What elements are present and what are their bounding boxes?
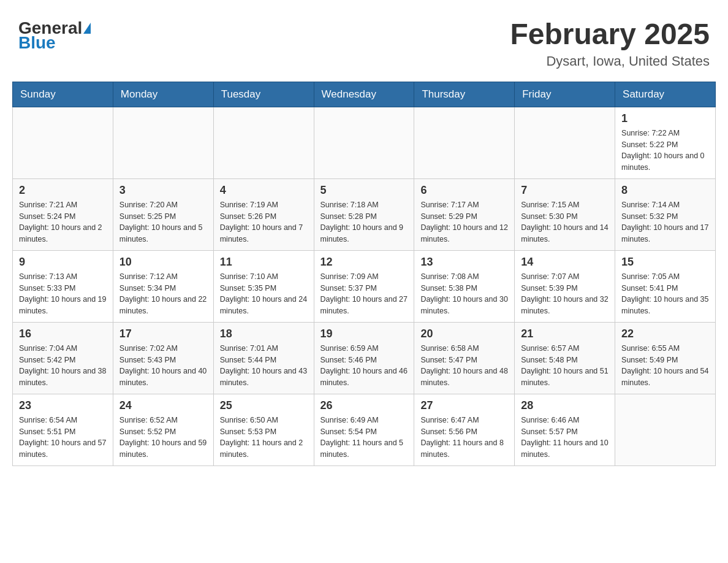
day-number: 16 bbox=[19, 327, 107, 340]
calendar-cell: 18Sunrise: 7:01 AMSunset: 5:44 PMDayligh… bbox=[213, 322, 314, 394]
day-info: Sunrise: 6:58 AMSunset: 5:47 PMDaylight:… bbox=[420, 343, 508, 389]
day-info: Sunrise: 7:08 AMSunset: 5:38 PMDaylight:… bbox=[420, 271, 508, 317]
day-info: Sunrise: 6:55 AMSunset: 5:49 PMDaylight:… bbox=[621, 343, 709, 389]
day-info: Sunrise: 7:09 AMSunset: 5:37 PMDaylight:… bbox=[320, 271, 408, 317]
day-info: Sunrise: 6:49 AMSunset: 5:54 PMDaylight:… bbox=[320, 415, 408, 461]
day-number: 14 bbox=[521, 256, 609, 269]
calendar-week-5: 23Sunrise: 6:54 AMSunset: 5:51 PMDayligh… bbox=[13, 394, 716, 465]
calendar-cell bbox=[414, 107, 515, 178]
calendar-cell bbox=[13, 107, 113, 178]
logo: General Blue bbox=[18, 18, 91, 53]
weekday-header-saturday: Saturday bbox=[615, 82, 716, 107]
calendar-cell: 24Sunrise: 6:52 AMSunset: 5:52 PMDayligh… bbox=[113, 394, 213, 465]
calendar-week-2: 2Sunrise: 7:21 AMSunset: 5:24 PMDaylight… bbox=[13, 178, 716, 250]
calendar-cell: 4Sunrise: 7:19 AMSunset: 5:26 PMDaylight… bbox=[213, 178, 314, 250]
day-info: Sunrise: 7:21 AMSunset: 5:24 PMDaylight:… bbox=[19, 199, 107, 245]
day-number: 1 bbox=[621, 112, 709, 125]
page-header: General Blue February 2025 Dysart, Iowa,… bbox=[12, 12, 716, 69]
calendar-cell bbox=[113, 107, 213, 178]
calendar-cell: 19Sunrise: 6:59 AMSunset: 5:46 PMDayligh… bbox=[314, 322, 414, 394]
day-info: Sunrise: 7:20 AMSunset: 5:25 PMDaylight:… bbox=[119, 199, 207, 245]
day-number: 10 bbox=[119, 256, 207, 269]
calendar-cell: 6Sunrise: 7:17 AMSunset: 5:29 PMDaylight… bbox=[414, 178, 515, 250]
calendar-cell: 27Sunrise: 6:47 AMSunset: 5:56 PMDayligh… bbox=[414, 394, 515, 465]
day-number: 5 bbox=[320, 184, 408, 197]
calendar-cell: 15Sunrise: 7:05 AMSunset: 5:41 PMDayligh… bbox=[615, 250, 716, 322]
calendar-cell bbox=[213, 107, 314, 178]
day-number: 3 bbox=[119, 184, 207, 197]
calendar-cell: 2Sunrise: 7:21 AMSunset: 5:24 PMDaylight… bbox=[13, 178, 113, 250]
day-info: Sunrise: 6:50 AMSunset: 5:53 PMDaylight:… bbox=[220, 415, 308, 461]
calendar-cell bbox=[515, 107, 615, 178]
day-number: 9 bbox=[19, 256, 107, 269]
day-info: Sunrise: 7:22 AMSunset: 5:22 PMDaylight:… bbox=[621, 128, 709, 174]
calendar-cell: 8Sunrise: 7:14 AMSunset: 5:32 PMDaylight… bbox=[615, 178, 716, 250]
calendar-cell: 26Sunrise: 6:49 AMSunset: 5:54 PMDayligh… bbox=[314, 394, 414, 465]
calendar-week-1: 1Sunrise: 7:22 AMSunset: 5:22 PMDaylight… bbox=[13, 107, 716, 178]
weekday-header-tuesday: Tuesday bbox=[213, 82, 314, 107]
day-number: 6 bbox=[420, 184, 508, 197]
weekday-header-friday: Friday bbox=[515, 82, 615, 107]
day-number: 11 bbox=[220, 256, 308, 269]
day-number: 4 bbox=[220, 184, 308, 197]
day-number: 8 bbox=[621, 184, 709, 197]
day-info: Sunrise: 6:46 AMSunset: 5:57 PMDaylight:… bbox=[521, 415, 609, 461]
day-number: 12 bbox=[320, 256, 408, 269]
day-info: Sunrise: 7:17 AMSunset: 5:29 PMDaylight:… bbox=[420, 199, 508, 245]
calendar-cell: 23Sunrise: 6:54 AMSunset: 5:51 PMDayligh… bbox=[13, 394, 113, 465]
calendar-week-3: 9Sunrise: 7:13 AMSunset: 5:33 PMDaylight… bbox=[13, 250, 716, 322]
title-block: February 2025 Dysart, Iowa, United State… bbox=[510, 18, 710, 69]
day-number: 28 bbox=[521, 399, 609, 412]
day-info: Sunrise: 7:13 AMSunset: 5:33 PMDaylight:… bbox=[19, 271, 107, 317]
day-number: 25 bbox=[220, 399, 308, 412]
day-info: Sunrise: 6:47 AMSunset: 5:56 PMDaylight:… bbox=[420, 415, 508, 461]
calendar-table: SundayMondayTuesdayWednesdayThursdayFrid… bbox=[12, 82, 716, 466]
day-info: Sunrise: 7:19 AMSunset: 5:26 PMDaylight:… bbox=[220, 199, 308, 245]
day-info: Sunrise: 6:52 AMSunset: 5:52 PMDaylight:… bbox=[119, 415, 207, 461]
calendar-cell: 10Sunrise: 7:12 AMSunset: 5:34 PMDayligh… bbox=[113, 250, 213, 322]
location-subtitle: Dysart, Iowa, United States bbox=[510, 53, 710, 69]
day-info: Sunrise: 6:54 AMSunset: 5:51 PMDaylight:… bbox=[19, 415, 107, 461]
day-info: Sunrise: 7:07 AMSunset: 5:39 PMDaylight:… bbox=[521, 271, 609, 317]
calendar-cell bbox=[314, 107, 414, 178]
day-number: 18 bbox=[220, 327, 308, 340]
day-number: 7 bbox=[521, 184, 609, 197]
month-year-title: February 2025 bbox=[510, 18, 710, 51]
calendar-week-4: 16Sunrise: 7:04 AMSunset: 5:42 PMDayligh… bbox=[13, 322, 716, 394]
weekday-header-row: SundayMondayTuesdayWednesdayThursdayFrid… bbox=[13, 82, 716, 107]
day-number: 23 bbox=[19, 399, 107, 412]
day-info: Sunrise: 7:12 AMSunset: 5:34 PMDaylight:… bbox=[119, 271, 207, 317]
logo-triangle-icon bbox=[83, 23, 91, 34]
calendar-cell: 3Sunrise: 7:20 AMSunset: 5:25 PMDaylight… bbox=[113, 178, 213, 250]
calendar-cell: 13Sunrise: 7:08 AMSunset: 5:38 PMDayligh… bbox=[414, 250, 515, 322]
weekday-header-monday: Monday bbox=[113, 82, 213, 107]
day-info: Sunrise: 7:18 AMSunset: 5:28 PMDaylight:… bbox=[320, 199, 408, 245]
calendar-cell: 17Sunrise: 7:02 AMSunset: 5:43 PMDayligh… bbox=[113, 322, 213, 394]
calendar-cell: 11Sunrise: 7:10 AMSunset: 5:35 PMDayligh… bbox=[213, 250, 314, 322]
weekday-header-thursday: Thursday bbox=[414, 82, 515, 107]
day-number: 21 bbox=[521, 327, 609, 340]
day-info: Sunrise: 7:04 AMSunset: 5:42 PMDaylight:… bbox=[19, 343, 107, 389]
calendar-cell: 7Sunrise: 7:15 AMSunset: 5:30 PMDaylight… bbox=[515, 178, 615, 250]
day-info: Sunrise: 6:59 AMSunset: 5:46 PMDaylight:… bbox=[320, 343, 408, 389]
calendar-cell: 25Sunrise: 6:50 AMSunset: 5:53 PMDayligh… bbox=[213, 394, 314, 465]
logo-blue: Blue bbox=[18, 33, 56, 53]
day-info: Sunrise: 7:01 AMSunset: 5:44 PMDaylight:… bbox=[220, 343, 308, 389]
day-number: 26 bbox=[320, 399, 408, 412]
day-number: 19 bbox=[320, 327, 408, 340]
calendar-cell: 28Sunrise: 6:46 AMSunset: 5:57 PMDayligh… bbox=[515, 394, 615, 465]
calendar-cell bbox=[615, 394, 716, 465]
day-info: Sunrise: 7:10 AMSunset: 5:35 PMDaylight:… bbox=[220, 271, 308, 317]
day-number: 24 bbox=[119, 399, 207, 412]
day-number: 2 bbox=[19, 184, 107, 197]
day-info: Sunrise: 7:14 AMSunset: 5:32 PMDaylight:… bbox=[621, 199, 709, 245]
calendar-cell: 12Sunrise: 7:09 AMSunset: 5:37 PMDayligh… bbox=[314, 250, 414, 322]
day-number: 13 bbox=[420, 256, 508, 269]
calendar-cell: 16Sunrise: 7:04 AMSunset: 5:42 PMDayligh… bbox=[13, 322, 113, 394]
day-number: 17 bbox=[119, 327, 207, 340]
day-number: 22 bbox=[621, 327, 709, 340]
day-info: Sunrise: 6:57 AMSunset: 5:48 PMDaylight:… bbox=[521, 343, 609, 389]
calendar-cell: 21Sunrise: 6:57 AMSunset: 5:48 PMDayligh… bbox=[515, 322, 615, 394]
day-info: Sunrise: 7:15 AMSunset: 5:30 PMDaylight:… bbox=[521, 199, 609, 245]
calendar-cell: 5Sunrise: 7:18 AMSunset: 5:28 PMDaylight… bbox=[314, 178, 414, 250]
